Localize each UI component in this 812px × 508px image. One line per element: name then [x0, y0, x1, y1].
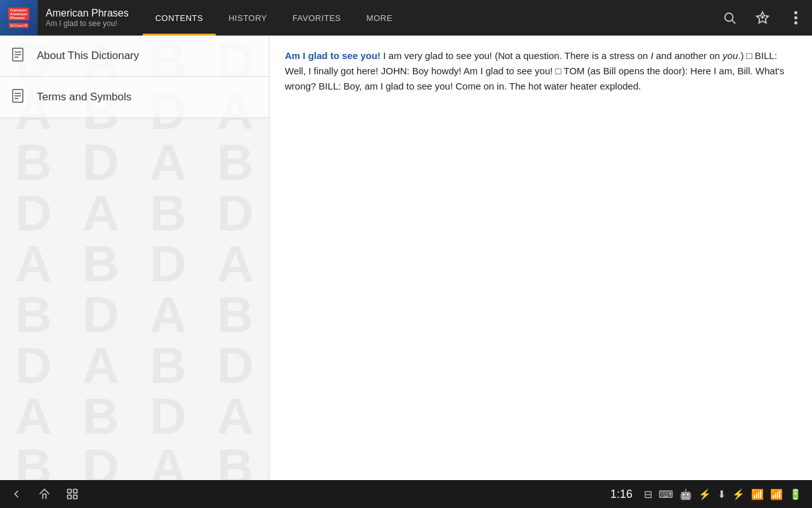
- android-icon: 🤖: [679, 488, 692, 500]
- entry-content: Am I glad to see you! I am very glad to …: [285, 48, 797, 94]
- battery-icon: 🔋: [789, 488, 802, 500]
- favorite-add-icon[interactable]: [751, 6, 774, 29]
- sidebar-item-about[interactable]: About This Dictionary: [0, 36, 269, 77]
- signal-icon: 📶: [770, 488, 783, 500]
- back-icon[interactable]: [10, 488, 23, 500]
- tab-history[interactable]: HISTORY: [216, 0, 280, 36]
- logo-mcgraw: McGraw-Hill: [9, 23, 29, 28]
- status-time: 1:16: [610, 488, 632, 501]
- sidebar-items: About This Dictionary Terms and Symbols: [0, 36, 269, 118]
- entry-text-2: and another on: [653, 50, 723, 61]
- svg-line-1: [732, 20, 735, 23]
- sidebar: D A B D A B D A B D A B D A B D A B D A …: [0, 36, 270, 480]
- tab-contents[interactable]: CONTENTS: [143, 0, 216, 36]
- svg-rect-18: [68, 495, 72, 499]
- status-right: 1:16 ⊟ ⌨ 🤖 ⚡ ⬇ ⚡ 📶 📶 🔋: [610, 488, 802, 501]
- wifi-icon: 📶: [751, 488, 764, 500]
- entry-title: Am I glad to see you!: [285, 50, 381, 61]
- svg-point-0: [725, 13, 733, 22]
- tab-more[interactable]: MORE: [354, 0, 405, 36]
- keyboard-icon: ⌨: [658, 488, 673, 500]
- document-icon-terms: [10, 88, 28, 106]
- svg-rect-16: [68, 490, 72, 493]
- logo-badge: Common American Phrases: [8, 8, 29, 20]
- recents-icon[interactable]: [66, 488, 79, 500]
- nav-tabs: CONTENTS HISTORY FAVORITES MORE: [143, 0, 713, 36]
- top-bar: Common American Phrases McGraw-Hill Amer…: [0, 0, 812, 36]
- main-content: D A B D A B D A B D A B D A B D A B D A …: [0, 36, 812, 480]
- document-icon-about: [10, 47, 28, 65]
- sidebar-item-terms-label: Terms and Symbols: [37, 91, 131, 104]
- entry-italic-2: you: [723, 50, 738, 61]
- entry-text-1: I am very glad to see you! (Not a questi…: [381, 50, 651, 61]
- download-icon: ⬇: [717, 488, 726, 500]
- screenshot-icon: ⊟: [644, 488, 652, 500]
- svg-point-5: [794, 11, 797, 15]
- tab-favorites[interactable]: FAVORITES: [280, 0, 354, 36]
- app-title: American Phrases: [46, 8, 129, 19]
- app-logo: Common American Phrases McGraw-Hill: [0, 0, 38, 36]
- svg-rect-17: [74, 490, 77, 493]
- svg-point-6: [794, 17, 797, 20]
- search-icon[interactable]: [718, 6, 741, 29]
- svg-point-7: [794, 22, 797, 25]
- top-actions: [713, 6, 812, 29]
- sidebar-item-terms[interactable]: Terms and Symbols: [0, 77, 269, 118]
- status-bar: 1:16 ⊟ ⌨ 🤖 ⚡ ⬇ ⚡ 📶 📶 🔋: [0, 480, 812, 508]
- more-options-icon[interactable]: [784, 6, 807, 29]
- home-icon[interactable]: [38, 488, 51, 500]
- status-nav-icons: [10, 488, 79, 500]
- bluetooth-icon: ⚡: [732, 488, 745, 500]
- app-title-area: American Phrases Am I glad to see you!: [38, 8, 136, 28]
- usb-icon: ⚡: [698, 488, 711, 500]
- content-pane: Am I glad to see you! I am very glad to …: [270, 36, 812, 480]
- sidebar-item-about-label: About This Dictionary: [37, 50, 139, 62]
- svg-rect-19: [74, 495, 77, 499]
- app-subtitle: Am I glad to see you!: [46, 19, 129, 28]
